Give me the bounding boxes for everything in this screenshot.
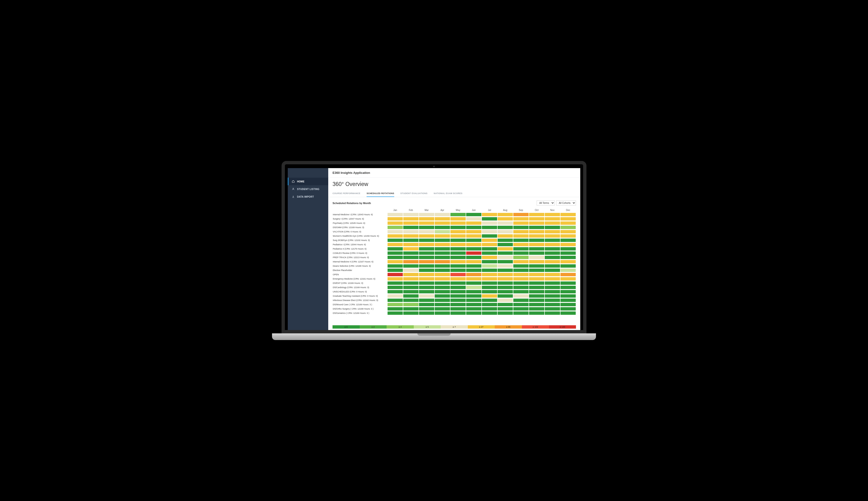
heatmap-cell[interactable] [434,255,450,259]
heatmap-cell[interactable] [466,298,481,302]
heatmap-cell[interactable] [466,302,481,307]
heatmap-cell[interactable] [434,298,450,302]
heatmap-cell[interactable] [450,285,466,289]
heatmap-cell[interactable] [419,225,434,230]
heatmap-cell[interactable] [387,268,403,273]
heatmap-cell[interactable] [560,221,576,225]
heatmap-cell[interactable] [544,294,560,298]
heatmap-cell[interactable] [544,242,560,247]
heatmap-cell[interactable] [419,242,434,247]
heatmap-cell[interactable] [403,259,419,264]
heatmap-cell[interactable] [544,217,560,221]
heatmap-cell[interactable] [544,268,560,273]
heatmap-cell[interactable] [403,294,419,298]
tab-scheduled-rotations[interactable]: SCHEDULED ROTATIONS [367,190,394,197]
heatmap-cell[interactable] [387,212,403,217]
heatmap-cell[interactable] [544,225,560,230]
heatmap-cell[interactable] [497,242,513,247]
heatmap-cell[interactable] [513,311,529,315]
heatmap-cell[interactable] [403,238,419,242]
heatmap-cell[interactable] [466,225,481,230]
heatmap-cell[interactable] [544,259,560,264]
heatmap-cell[interactable] [481,255,497,259]
heatmap-cell[interactable] [529,247,544,251]
heatmap-cell[interactable] [529,294,544,298]
heatmap-cell[interactable] [450,281,466,285]
heatmap-cell[interactable] [544,311,560,315]
heatmap-cell[interactable] [560,281,576,285]
heatmap-cell[interactable] [560,225,576,230]
heatmap-cell[interactable] [434,221,450,225]
heatmap-cell[interactable] [419,255,434,259]
heatmap-cell[interactable] [481,302,497,307]
heatmap-cell[interactable] [403,234,419,238]
heatmap-cell[interactable] [560,212,576,217]
heatmap-cell[interactable] [513,230,529,234]
heatmap-cell[interactable] [387,242,403,247]
heatmap-cell[interactable] [481,264,497,268]
heatmap-cell[interactable] [466,259,481,264]
heatmap-cell[interactable] [434,281,450,285]
heatmap-cell[interactable] [497,238,513,242]
heatmap-cell[interactable] [481,311,497,315]
heatmap-cell[interactable] [481,230,497,234]
heatmap-cell[interactable] [403,285,419,289]
heatmap-cell[interactable] [560,242,576,247]
heatmap-cell[interactable] [544,230,560,234]
heatmap-cell[interactable] [529,234,544,238]
heatmap-cell[interactable] [419,247,434,251]
heatmap-cell[interactable] [513,259,529,264]
heatmap-cell[interactable] [450,311,466,315]
heatmap-cell[interactable] [450,264,466,268]
heatmap-cell[interactable] [544,212,560,217]
heatmap-cell[interactable] [529,255,544,259]
tab-course-performance[interactable]: COURSE PERFORMANCE [332,190,360,197]
tab-student-evaluations[interactable]: STUDENT EVALUATIONS [400,190,427,197]
heatmap-cell[interactable] [466,294,481,298]
heatmap-cell[interactable] [434,268,450,273]
heatmap-cell[interactable] [387,273,403,277]
heatmap-cell[interactable] [529,242,544,247]
heatmap-cell[interactable] [560,230,576,234]
heatmap-cell[interactable] [544,302,560,307]
heatmap-cell[interactable] [434,307,450,311]
heatmap-cell[interactable] [450,289,466,294]
heatmap-cell[interactable] [481,294,497,298]
heatmap-cell[interactable] [497,285,513,289]
heatmap-cell[interactable] [497,221,513,225]
heatmap-cell[interactable] [513,281,529,285]
heatmap-cell[interactable] [450,273,466,277]
heatmap-cell[interactable] [419,217,434,221]
heatmap-cell[interactable] [403,307,419,311]
heatmap-cell[interactable] [466,285,481,289]
heatmap-cell[interactable] [560,273,576,277]
heatmap-cell[interactable] [419,302,434,307]
cohorts-filter[interactable]: All Cohorts [556,201,576,205]
heatmap-cell[interactable] [481,242,497,247]
heatmap-cell[interactable] [450,221,466,225]
heatmap-cell[interactable] [419,294,434,298]
heatmap-cell[interactable] [481,273,497,277]
heatmap-cell[interactable] [387,225,403,230]
heatmap-cell[interactable] [450,298,466,302]
heatmap-cell[interactable] [513,307,529,311]
heatmap-cell[interactable] [466,255,481,259]
heatmap-cell[interactable] [419,277,434,281]
heatmap-cell[interactable] [544,289,560,294]
heatmap-cell[interactable] [466,277,481,281]
heatmap-cell[interactable] [544,251,560,255]
heatmap-cell[interactable] [544,247,560,251]
heatmap-cell[interactable] [466,221,481,225]
heatmap-cell[interactable] [419,311,434,315]
heatmap-cell[interactable] [497,302,513,307]
heatmap-cell[interactable] [560,251,576,255]
heatmap-cell[interactable] [497,281,513,285]
heatmap-cell[interactable] [419,281,434,285]
heatmap-cell[interactable] [497,251,513,255]
heatmap-cell[interactable] [497,212,513,217]
terms-filter[interactable]: All Terms [537,201,555,205]
heatmap-cell[interactable] [513,242,529,247]
heatmap-cell[interactable] [481,247,497,251]
heatmap-cell[interactable] [387,302,403,307]
heatmap-cell[interactable] [387,298,403,302]
